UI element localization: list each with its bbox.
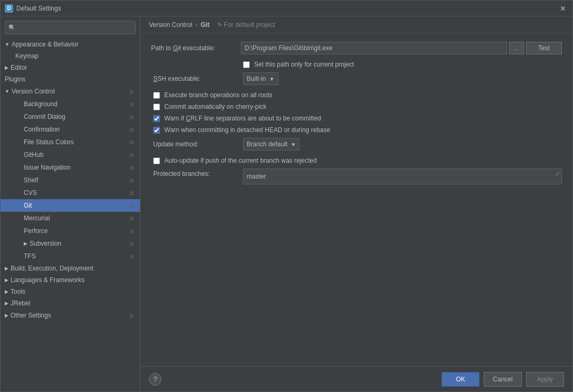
perforce-icon: ⊞ — [127, 227, 136, 235]
confirmation-icon: ⊞ — [127, 125, 136, 134]
sidebar-item-issue-navigation[interactable]: Issue Navigation ⊞ — [1, 161, 140, 174]
sidebar-item-confirmation[interactable]: Confirmation ⊞ — [1, 123, 140, 136]
path-row: Path to Git executable: ... Test — [151, 42, 562, 54]
sidebar-label-git: Git — [24, 202, 127, 209]
update-dropdown-arrow: ▼ — [290, 142, 296, 147]
background-icon: ⊞ — [127, 100, 136, 108]
ok-button[interactable]: OK — [442, 372, 480, 387]
sidebar-label-issue-navigation: Issue Navigation — [24, 164, 127, 171]
sidebar-item-build-execution[interactable]: ▶ Build, Execution, Deployment — [1, 263, 140, 274]
update-label: Update method: — [153, 141, 243, 148]
sidebar-label-build-execution: Build, Execution, Deployment — [11, 265, 136, 272]
expand-arrow-tools: ▶ — [5, 289, 8, 294]
expand-arrow-vc: ▼ — [5, 89, 10, 94]
browse-button[interactable]: ... — [509, 42, 524, 54]
sidebar-label-github: GitHub — [24, 151, 127, 158]
sidebar-label-tfs: TFS — [24, 253, 127, 260]
sidebar-item-commit-dialog[interactable]: Commit Dialog ⊞ — [1, 110, 140, 123]
sidebar-label-commit-dialog: Commit Dialog — [24, 113, 127, 120]
sidebar-item-appearance[interactable]: ▼ Appearance & Behavior — [1, 39, 140, 50]
ssh-row: SSH executable: Built-in ▼ — [151, 72, 562, 85]
expand-arrow-svn: ▶ — [24, 241, 27, 246]
sidebar-item-languages-frameworks[interactable]: ▶ Languages & Frameworks — [1, 274, 140, 286]
sidebar-label-file-status-colors: File Status Colors — [24, 138, 127, 146]
sidebar-item-plugins[interactable]: Plugins — [1, 73, 140, 85]
auto-update-row: Auto-update if push of the current branc… — [151, 157, 562, 164]
sidebar-item-other-settings[interactable]: ▶ Other Settings ⊞ — [1, 309, 140, 322]
cvs-icon: ⊞ — [127, 189, 136, 197]
main-window: D Default Settings ✕ 🔍 ▼ Appearance & Be… — [0, 0, 573, 392]
app-icon: D — [5, 4, 13, 13]
breadcrumb-separator: › — [195, 21, 198, 29]
ssh-dropdown[interactable]: Built-in ▼ — [243, 72, 278, 85]
close-button[interactable]: ✕ — [558, 3, 568, 14]
commit-cherry-label[interactable]: Commit automatically on cherry-pick — [164, 103, 266, 110]
sidebar-label-languages-frameworks: Languages & Frameworks — [11, 276, 136, 284]
warn-crlf-checkbox[interactable] — [153, 115, 160, 122]
breadcrumb-bar: Version Control › Git ✎ For default proj… — [140, 16, 572, 33]
sidebar-label-editor: Editor — [11, 64, 136, 71]
breadcrumb-current: Git — [201, 21, 210, 29]
main-panel: Version Control › Git ✎ For default proj… — [140, 16, 572, 391]
sidebar-item-background[interactable]: Background ⊞ — [1, 98, 140, 110]
issue-nav-icon: ⊞ — [127, 163, 136, 172]
file-status-icon: ⊞ — [127, 138, 136, 146]
sidebar-item-subversion[interactable]: ▶ Subversion ⊞ — [1, 237, 140, 250]
sidebar-item-cvs[interactable]: CVS ⊞ — [1, 186, 140, 199]
window-title: Default Settings — [16, 5, 558, 12]
sidebar-item-tfs[interactable]: TFS ⊞ — [1, 250, 140, 263]
help-button[interactable]: ? — [149, 373, 162, 386]
protected-label: Protected branches: — [153, 169, 243, 178]
sidebar-item-shelf[interactable]: Shelf ⊞ — [1, 174, 140, 186]
protected-branches-row: Protected branches: ⤢ — [151, 169, 562, 184]
set-path-row: Set this path only for current project — [151, 61, 562, 68]
git-icon: ⊞ — [127, 201, 136, 210]
warn-crlf-label: Warn if CRLF line separators are about t… — [164, 115, 321, 122]
test-button[interactable]: Test — [526, 42, 562, 54]
update-dropdown[interactable]: Branch default ▼ — [243, 138, 299, 151]
other-settings-icon: ⊞ — [127, 311, 136, 320]
apply-button[interactable]: Apply — [526, 372, 564, 387]
sidebar-item-editor[interactable]: ▶ Editor — [1, 62, 140, 73]
sidebar-item-github[interactable]: GitHub ⊞ — [1, 148, 140, 161]
settings-content: Path to Git executable: ... Test Set thi… — [140, 33, 572, 366]
sidebar-label-plugins: Plugins — [5, 76, 136, 83]
sidebar-item-version-control[interactable]: ▼ Version Control ⊞ — [1, 85, 140, 98]
expand-arrow-appearance: ▼ — [5, 42, 10, 47]
warn-detached-label[interactable]: Warn when committing in detached HEAD or… — [164, 126, 330, 134]
sidebar-item-keymap[interactable]: Keymap — [1, 50, 140, 62]
sidebar-item-jrebel[interactable]: ▶ JRebel — [1, 297, 140, 309]
github-icon: ⊞ — [127, 151, 136, 159]
expand-arrow-jrebel: ▶ — [5, 301, 8, 306]
search-icon: 🔍 — [8, 24, 16, 31]
cancel-button[interactable]: Cancel — [484, 372, 522, 387]
sidebar-item-file-status-colors[interactable]: File Status Colors ⊞ — [1, 136, 140, 148]
sidebar-item-mercurial[interactable]: Mercurial ⊞ — [1, 212, 140, 225]
content-area: 🔍 ▼ Appearance & Behavior Keymap ▶ Edito… — [1, 16, 572, 391]
commit-cherry-row: Commit automatically on cherry-pick — [151, 103, 562, 110]
sidebar-label-subversion: Subversion — [30, 240, 127, 247]
execute-branch-label[interactable]: Execute branch operations on all roots — [164, 91, 273, 99]
search-box[interactable]: 🔍 — [5, 21, 136, 34]
sidebar-label-appearance: Appearance & Behavior — [12, 41, 136, 48]
ssh-dropdown-arrow: ▼ — [269, 76, 275, 82]
commit-cherry-checkbox[interactable] — [153, 104, 160, 110]
sidebar-item-perforce[interactable]: Perforce ⊞ — [1, 225, 140, 237]
path-label-text: Path to Git executable: — [151, 44, 215, 52]
warn-detached-checkbox[interactable] — [153, 127, 160, 134]
execute-branch-checkbox[interactable] — [153, 92, 160, 99]
breadcrumb-note: ✎ For default project — [217, 21, 275, 29]
expand-arrow-languages: ▶ — [5, 277, 8, 283]
set-path-checkbox[interactable] — [243, 61, 250, 68]
path-input[interactable] — [241, 42, 507, 54]
auto-update-label[interactable]: Auto-update if push of the current branc… — [164, 157, 317, 164]
sidebar-item-tools[interactable]: ▶ Tools — [1, 286, 140, 297]
auto-update-checkbox[interactable] — [153, 157, 160, 164]
warn-detached-row: Warn when committing in detached HEAD or… — [151, 126, 562, 134]
set-path-label[interactable]: Set this path only for current project — [254, 61, 354, 68]
execute-branch-row: Execute branch operations on all roots — [151, 91, 562, 99]
mercurial-icon: ⊞ — [127, 214, 136, 222]
sidebar-item-git[interactable]: Git ⊞ — [1, 199, 140, 212]
title-bar: D Default Settings ✕ — [1, 1, 572, 16]
protected-branches-input[interactable] — [243, 169, 562, 184]
